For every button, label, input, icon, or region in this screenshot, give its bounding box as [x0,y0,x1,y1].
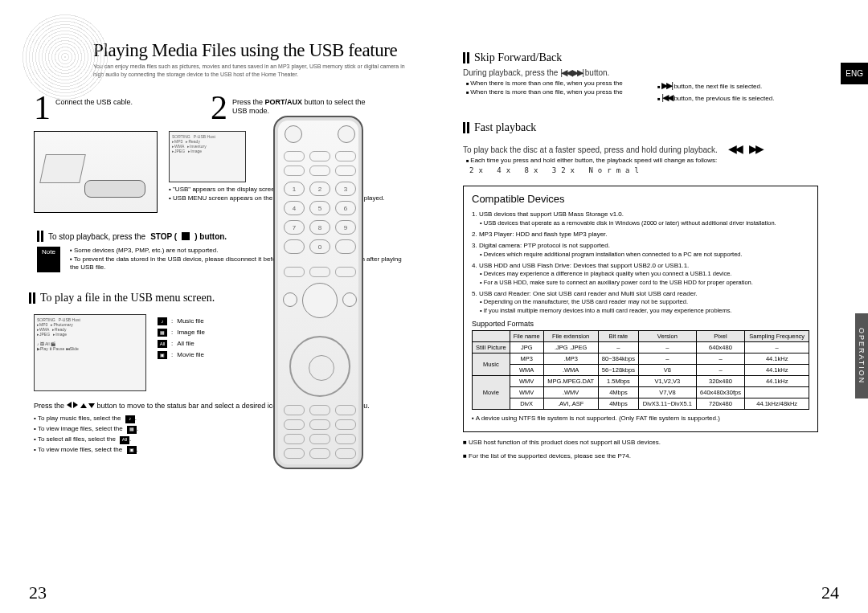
screen-mock-2: SORTING P-USB Host ▸MP3 ▸Photomary ▸WMA … [34,314,146,391]
page-right: ENG OPERATION Skip Forward/Back During p… [434,0,868,613]
formats-table: File nameFile extensionBit rateVersionPi… [472,330,809,410]
step2-num: 2 [211,93,227,124]
fastfwd-icon: ▶▶ [749,142,762,155]
up-arrow-icon [80,403,87,408]
stop-icon [182,232,190,240]
compatible-devices-box: Compatible Devices 1. USB devices that s… [463,186,818,432]
skip-instruction: During playback, press the |◀◀ ,▶▶| butt… [463,67,839,78]
remote-illustration: 123 456 789 0 [273,116,363,469]
image-icon: ▦ [158,329,167,337]
page-left: Playing Media Files using the USB featur… [0,0,434,613]
note-badge: Note [37,247,60,272]
formats-title: Supported Formats [472,320,809,328]
page-number-right: 24 [821,582,839,603]
operation-tab: OPERATION [855,313,868,398]
rewind-icon: ◀◀ [728,142,741,155]
main-title: Playing Media Files using the USB featur… [93,40,405,61]
right-arrow-icon [73,402,78,408]
swirl-decoration [21,13,109,101]
left-arrow-icon [67,402,72,408]
fast-instruction: To play back the disc at a faster speed,… [463,145,720,154]
movie-icon: ▣ [127,446,137,454]
page-number-left: 23 [29,582,47,603]
all-icon: All [120,436,129,444]
screen-mock-1: SORTING P-USB Host ▸MP3 ▸Ready ▸WMA ▸Inv… [169,131,246,182]
main-desc: You can enjoy media files such as pictur… [93,63,405,79]
footnote-2: ■ For the list of the supported devices,… [463,452,839,461]
section-fast: Fast playback [463,121,839,134]
device-diagram [34,131,158,213]
down-arrow-icon [88,403,95,408]
image-icon: ▦ [127,426,137,434]
skip-buttons-icon: |◀◀ ,▶▶| [560,67,583,77]
music-icon: ♪ [125,415,135,423]
movie-icon: ▣ [158,351,167,359]
compat-title: Compatible Devices [472,193,809,205]
music-icon: ♪ [158,317,167,325]
speed-values: 2x 4x 8x 32x Normal [469,166,839,174]
lang-tab: ENG [841,63,868,84]
footnote-1: ■ USB host function of this product does… [463,439,839,447]
all-icon: All [158,340,167,348]
section-skip: Skip Forward/Back [463,51,839,64]
icon-legend: ♪ : Music file ▦ : Image file All : All … [158,314,205,391]
